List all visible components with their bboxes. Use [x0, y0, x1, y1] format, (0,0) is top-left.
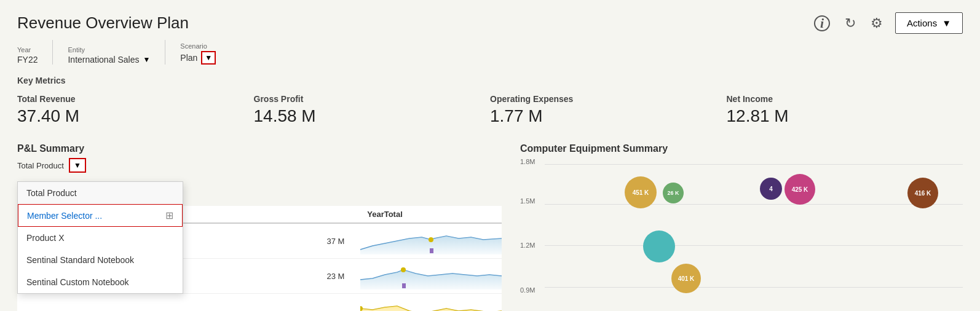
header-actions: i ↻ ⚙ Actions ▼ — [812, 12, 963, 34]
actions-button[interactable]: Actions ▼ — [895, 12, 963, 34]
y-label-09: 0.9M — [520, 286, 535, 294]
metric-net-income: Net Income 12.81 M — [727, 94, 963, 126]
gridline-4 — [545, 287, 963, 288]
metric-value-3: 12.81 M — [727, 106, 954, 126]
metric-title-3: Net Income — [727, 94, 954, 104]
scenario-chevron-icon: ▼ — [205, 53, 212, 62]
bubble-401k[interactable]: 401 K — [671, 264, 701, 293]
svg-point-2 — [401, 267, 406, 272]
y-axis: 1.8M 1.5M 1.2M 0.9M — [520, 158, 545, 311]
year-value: FY22 — [17, 55, 38, 65]
filter-divider-2 — [165, 40, 165, 65]
pl-dropdown-menu: Total Product Member Selector ... ⊞ Prod… — [17, 181, 183, 294]
metric-gross-profit: Gross Profit 14.58 M — [254, 94, 491, 126]
entity-value-row: International Sales ▼ — [68, 55, 150, 65]
table-row-0-value: 37 M — [311, 237, 360, 246]
year-filter: Year FY22 — [17, 46, 38, 65]
bubble-4-label: 4 — [769, 186, 773, 192]
scenario-dropdown-btn[interactable]: ▼ — [201, 51, 216, 65]
member-selector-label: Member Selector ... — [27, 211, 102, 221]
scenario-value: Plan — [180, 53, 197, 63]
bubble-26k-label: 26 K — [667, 190, 679, 196]
gridline-1 — [545, 164, 963, 165]
metric-title-2: Operating Expenses — [490, 94, 717, 104]
bubble-401k-label: 401 K — [678, 275, 695, 282]
bubble-26k[interactable]: 26 K — [663, 183, 684, 203]
y-label-18: 1.8M — [520, 158, 535, 165]
settings-button[interactable]: ⚙ — [868, 13, 885, 34]
table-row-2-sparkline — [360, 296, 502, 311]
pl-summary-title: P&L Summary — [17, 143, 502, 154]
metric-title-1: Gross Profit — [254, 94, 481, 104]
info-icon: i — [814, 15, 830, 31]
pl-summary-section: P&L Summary Total Product ▼ Total Produc… — [17, 143, 502, 311]
scenario-filter: Scenario Plan ▼ — [180, 42, 216, 65]
bubble-416k[interactable]: 416 K — [907, 178, 938, 208]
gridline-2 — [545, 204, 963, 205]
dropdown-item-sentinal-standard[interactable]: Sentinal Standard Notebook — [18, 249, 183, 271]
bubble-425k[interactable]: 425 K — [784, 174, 815, 205]
filter-divider-1 — [52, 40, 53, 65]
dropdown-item-sentinal-custom[interactable]: Sentinal Custom Notebook — [18, 271, 183, 293]
entity-filter: Entity International Sales ▼ — [68, 46, 150, 65]
dropdown-item-total-product[interactable]: Total Product — [18, 182, 183, 204]
actions-label: Actions — [907, 18, 937, 28]
gridline-3 — [545, 245, 963, 246]
table-header-yeartotal: YearTotal — [299, 210, 471, 219]
chevron-down-icon: ▼ — [942, 18, 951, 28]
member-selector-icon: ⊞ — [165, 210, 173, 221]
svg-rect-1 — [430, 248, 433, 253]
metrics-row: Total Revenue 37.40 M Gross Profit 14.58… — [17, 94, 963, 126]
pl-filter-row: Total Product ▼ — [17, 158, 502, 173]
bubble-451k[interactable]: 451 K — [625, 176, 657, 208]
filters-row: Year FY22 Entity International Sales ▼ S… — [17, 40, 963, 65]
ce-summary-section: Computer Equipment Summary 1.8M 1.5M 1.2… — [502, 143, 963, 311]
metric-value-2: 1.77 M — [490, 106, 717, 126]
page-title: Revenue Overview Plan — [17, 14, 189, 33]
pl-filter-dropdown-btn[interactable]: ▼ — [69, 158, 86, 173]
page-container: Revenue Overview Plan i ↻ ⚙ Actions ▼ Ye… — [0, 0, 980, 311]
refresh-icon: ↻ — [845, 15, 856, 31]
entity-value: International Sales — [68, 55, 139, 65]
info-button[interactable]: i — [812, 13, 832, 34]
bubble-425k-label: 425 K — [792, 186, 808, 193]
key-metrics-label: Key Metrics — [17, 76, 963, 85]
gear-icon: ⚙ — [871, 15, 883, 31]
table-row-2 — [17, 294, 502, 311]
lower-section: P&L Summary Total Product ▼ Total Produc… — [17, 143, 963, 311]
table-row-1-value: 23 M — [311, 272, 360, 281]
table-row-0-sparkline — [360, 226, 502, 256]
y-label-15: 1.5M — [520, 197, 535, 205]
pl-filter-label: Total Product — [17, 161, 64, 170]
key-metrics-section: Key Metrics Total Revenue 37.40 M Gross … — [17, 76, 963, 126]
bubble-teal[interactable] — [643, 230, 675, 262]
metric-value-0: 37.40 M — [17, 106, 244, 126]
refresh-button[interactable]: ↻ — [842, 13, 858, 34]
scenario-value-row: Plan ▼ — [180, 51, 216, 65]
entity-dropdown-btn[interactable]: ▼ — [143, 55, 150, 64]
bubble-4[interactable]: 4 — [760, 178, 782, 200]
metric-title-0: Total Revenue — [17, 94, 244, 104]
dropdown-item-product-x[interactable]: Product X — [18, 227, 183, 249]
y-label-12: 1.2M — [520, 242, 535, 249]
bubble-chart: 1.8M 1.5M 1.2M 0.9M 451 K 26 K — [520, 158, 963, 311]
table-row-1-sparkline — [360, 261, 502, 291]
pl-filter-chevron-icon: ▼ — [74, 161, 81, 170]
scenario-label: Scenario — [180, 42, 216, 50]
dropdown-item-member-selector[interactable]: Member Selector ... ⊞ — [18, 204, 183, 227]
year-label: Year — [17, 46, 38, 53]
svg-point-0 — [429, 237, 433, 242]
svg-rect-3 — [402, 283, 406, 288]
table-header-chart — [471, 210, 502, 219]
metric-total-revenue: Total Revenue 37.40 M — [17, 94, 254, 126]
ce-summary-title: Computer Equipment Summary — [520, 143, 963, 154]
header-row: Revenue Overview Plan i ↻ ⚙ Actions ▼ — [17, 12, 963, 34]
bubble-451k-label: 451 K — [633, 189, 649, 196]
metric-operating-expenses: Operating Expenses 1.77 M — [490, 94, 727, 126]
bubble-416k-label: 416 K — [915, 190, 931, 197]
entity-label: Entity — [68, 46, 150, 53]
metric-value-1: 14.58 M — [254, 106, 481, 126]
